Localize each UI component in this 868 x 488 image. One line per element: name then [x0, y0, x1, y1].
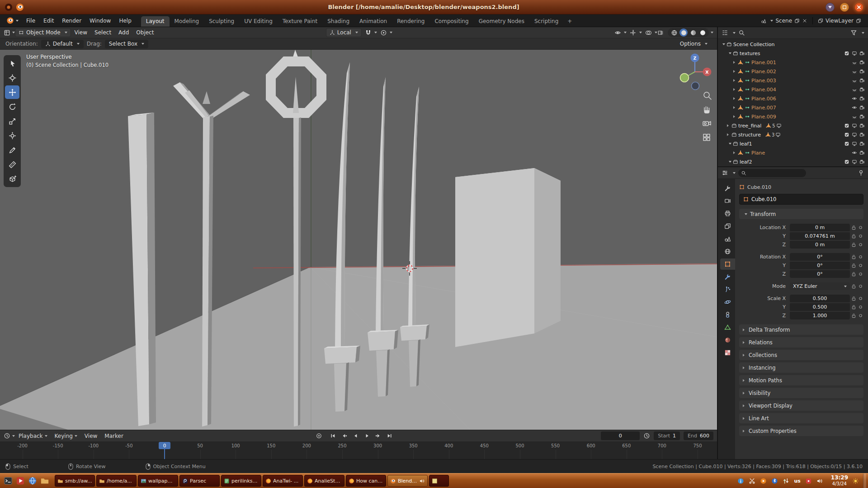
field-mode-mode[interactable]: XYZ Euler	[790, 282, 850, 290]
cam-toggle-icon[interactable]	[859, 159, 865, 164]
outliner-row-plane-003[interactable]: Plane.003	[718, 76, 868, 85]
timeline-menu-playback[interactable]: Playback	[15, 433, 51, 439]
taskbar-window-anatwi[interactable]: AnaTwi- ...	[263, 475, 303, 487]
eye-toggle-icon[interactable]	[852, 96, 857, 101]
check-toggle-icon[interactable]	[844, 141, 849, 146]
timeline-menu-keying[interactable]: Keying	[51, 433, 81, 439]
gizmo-y-axis[interactable]	[680, 74, 689, 82]
field-rot-z[interactable]: 0°	[790, 270, 850, 278]
workspace-tab-layout[interactable]: Layout	[141, 16, 170, 27]
tray-netarrows-icon[interactable]	[783, 478, 789, 484]
workspace-tab-geometry-nodes[interactable]: Geometry Nodes	[474, 16, 529, 27]
viewport-editor-type-icon[interactable]	[4, 29, 10, 36]
new-viewlayer-button-icon[interactable]	[856, 18, 861, 23]
options-dropdown[interactable]: Options	[676, 40, 712, 48]
shading-material-button[interactable]	[689, 28, 697, 37]
animate-decorator[interactable]	[858, 305, 863, 309]
proportional-editing-group[interactable]	[380, 29, 392, 36]
properties-tab-render[interactable]	[720, 195, 735, 206]
tool-add-cube-button[interactable]	[5, 172, 19, 186]
lock-toggle[interactable]	[850, 305, 858, 310]
orientation-pivot-dropdown[interactable]: Local	[326, 28, 362, 37]
properties-tab-object[interactable]	[720, 258, 735, 270]
tool-move-button[interactable]	[5, 85, 19, 99]
start-frame-field[interactable]: Start 1	[654, 432, 680, 440]
blender-logo[interactable]	[3, 14, 22, 27]
workspace-tab-rendering[interactable]: Rendering	[392, 16, 429, 27]
cam-toggle-icon[interactable]	[859, 123, 865, 128]
check-toggle-icon[interactable]	[844, 123, 849, 128]
animate-decorator[interactable]	[858, 243, 863, 247]
section-relations[interactable]: Relations	[739, 337, 863, 347]
timeline-editor-icon[interactable]	[4, 432, 10, 439]
properties-search-field[interactable]	[738, 169, 806, 177]
outliner-row-plane-007[interactable]: Plane.007	[718, 103, 868, 112]
properties-tab-output[interactable]	[720, 208, 735, 219]
menu-edit[interactable]: Edit	[39, 18, 58, 24]
toggle-xray-icon[interactable]	[657, 29, 664, 36]
mode-dropdown[interactable]: Object Mode	[15, 28, 71, 37]
lock-toggle[interactable]	[850, 254, 858, 259]
taskbar-window-perilinks[interactable]: perilinks ...	[221, 475, 261, 487]
screen-toggle-icon[interactable]	[852, 123, 857, 128]
workspace-tab-texture-paint[interactable]: Texture Paint	[278, 16, 322, 27]
section-delta-transform[interactable]: Delta Transform	[739, 324, 863, 335]
eyeclosed-toggle-icon[interactable]	[852, 114, 857, 119]
close-button[interactable]	[854, 3, 863, 12]
tray-bluetooth-icon[interactable]	[771, 478, 778, 484]
outliner-row-plane-002[interactable]: Plane.002	[718, 67, 868, 76]
cam-toggle-icon[interactable]	[859, 141, 865, 146]
unlink-scene-button-icon[interactable]	[802, 18, 807, 23]
jump-to-end-button[interactable]	[384, 432, 394, 441]
clock[interactable]: 13:29 4/3/24	[831, 475, 848, 486]
launcher-terminal[interactable]	[2, 475, 14, 487]
taskbar-window-analiesta[interactable]: AnalieSta...	[304, 475, 344, 487]
taskbar-window-smb-aw[interactable]: smb://aw...	[55, 475, 95, 487]
new-scene-button-icon[interactable]	[794, 18, 800, 23]
properties-tab-tool[interactable]	[720, 183, 735, 194]
end-frame-field[interactable]: End 600	[684, 432, 713, 440]
screen-toggle-icon[interactable]	[852, 132, 857, 137]
eyeclosed-toggle-icon[interactable]	[852, 60, 857, 65]
section-motion-paths[interactable]: Motion Paths	[739, 375, 863, 385]
field-rot-y[interactable]: 0°	[790, 262, 850, 269]
section-visibility[interactable]: Visibility	[739, 388, 863, 398]
cam-toggle-icon[interactable]	[859, 69, 865, 74]
overlays-dropdown[interactable]	[645, 29, 657, 36]
screen-toggle-icon[interactable]	[852, 51, 857, 56]
outliner-row-structure[interactable]: structure3	[718, 130, 868, 139]
viewport-menu-object[interactable]: Object	[132, 29, 157, 36]
lock-toggle[interactable]	[850, 284, 858, 289]
animate-decorator[interactable]	[858, 314, 863, 318]
play-reverse-button[interactable]	[350, 432, 360, 441]
eyeclosed-toggle-icon[interactable]	[852, 69, 857, 74]
cam-toggle-icon[interactable]	[859, 105, 865, 110]
outliner-row-plane-006[interactable]: Plane.006	[718, 94, 868, 103]
properties-tab-viewlayer[interactable]	[720, 221, 735, 232]
maximize-button[interactable]	[840, 3, 849, 12]
animate-decorator[interactable]	[858, 234, 863, 238]
field-rot-rotation-x[interactable]: 0°	[790, 253, 850, 261]
lock-toggle[interactable]	[850, 272, 858, 277]
shade-button[interactable]	[826, 3, 835, 12]
cam-toggle-icon[interactable]	[859, 87, 865, 92]
auto-keyframe-toggle-icon[interactable]	[316, 432, 322, 439]
gizmos-dropdown[interactable]	[630, 29, 642, 36]
window-menu-icon[interactable]	[5, 3, 13, 11]
outliner-row-plane-001[interactable]: Plane.001	[718, 58, 868, 67]
timeline-menu-view[interactable]: View	[81, 433, 101, 439]
shading-solid-button[interactable]	[679, 28, 688, 37]
workspace-tab-modeling[interactable]: Modeling	[170, 16, 204, 27]
transform-section-header[interactable]: Transform	[739, 209, 863, 219]
window-titlebar[interactable]: Blender [/home/amalie/Desktop/blender/we…	[0, 0, 868, 14]
section-viewport-display[interactable]: Viewport Display	[739, 400, 863, 411]
eye-toggle-icon[interactable]	[852, 105, 857, 110]
taskbar-window-how-can-i[interactable]: How can I...	[346, 475, 386, 487]
snapping-group[interactable]	[365, 29, 377, 36]
tool-select-box-button[interactable]	[5, 56, 19, 70]
lock-toggle[interactable]	[850, 313, 858, 318]
taskbar-window-wallpaper[interactable]: wallpaper...	[138, 475, 178, 487]
field-scale-z[interactable]: 1.000	[790, 312, 850, 319]
cam-toggle-icon[interactable]	[859, 60, 865, 65]
animate-decorator[interactable]	[858, 272, 863, 276]
